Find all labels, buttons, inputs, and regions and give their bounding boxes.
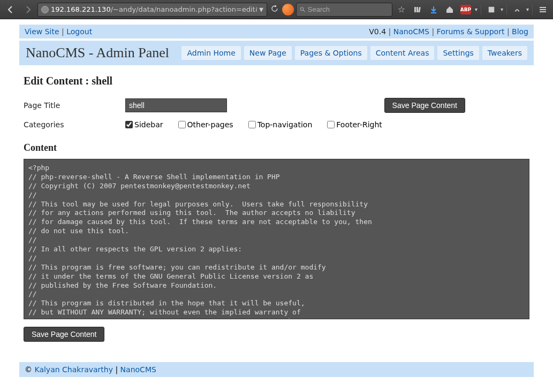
svg-point-0 [300, 7, 303, 10]
url-text: 192.168.221.130/~andy/data/nanoadmin.php… [51, 5, 257, 13]
dropdown-icon[interactable]: ▾ [259, 4, 263, 14]
page-heading: Edit Content : shell [24, 75, 529, 87]
copyright-symbol: © [25, 365, 32, 374]
downloads-icon[interactable] [427, 3, 441, 17]
svg-rect-4 [418, 6, 421, 12]
category-other-pages[interactable]: Other-pages [178, 120, 233, 129]
browser-toolbar: 192.168.221.130/~andy/data/nanoadmin.php… [0, 0, 553, 19]
version-text: V0.4 [369, 27, 386, 36]
content-subheading: Content [24, 142, 529, 153]
svg-line-1 [303, 10, 305, 11]
address-bar[interactable]: 192.168.221.130/~andy/data/nanoadmin.php… [37, 3, 267, 17]
library-icon[interactable] [411, 3, 425, 17]
firefox-logo-icon[interactable] [282, 4, 294, 16]
blog-link[interactable]: Blog [512, 27, 528, 36]
hamburger-menu-icon[interactable] [536, 3, 550, 17]
page-body: View Site | Logout V0.4 | NanoCMS | Foru… [0, 19, 553, 392]
svg-rect-2 [414, 7, 416, 12]
search-bar[interactable] [296, 3, 392, 17]
tab-pages-options[interactable]: Pages & Options [295, 46, 367, 60]
category-sidebar-checkbox[interactable] [125, 121, 133, 128]
category-footer-right-checkbox[interactable] [327, 121, 335, 128]
chevron-down-icon[interactable]: ▾ [526, 6, 529, 12]
chevron-down-icon[interactable]: ▾ [475, 6, 478, 12]
page-title-input[interactable] [125, 98, 227, 112]
category-top-nav-checkbox[interactable] [248, 121, 256, 128]
forward-button[interactable] [20, 2, 35, 17]
author-link[interactable]: Kalyan Chakravarthy [34, 365, 113, 374]
content-area: Edit Content : shell Page Title Save Pag… [19, 65, 534, 351]
nanocms-link[interactable]: NanoCMS [393, 27, 429, 36]
tab-admin-home[interactable]: Admin Home [181, 46, 240, 60]
save-button-top[interactable]: Save Page Content [384, 98, 465, 113]
category-top-navigation[interactable]: Top-navigation [248, 120, 313, 129]
reload-button[interactable] [269, 4, 280, 15]
addon-icon-1[interactable] [484, 3, 498, 17]
tab-content-areas[interactable]: Content Areas [370, 46, 435, 60]
bookmark-star-icon[interactable]: ☆ [395, 3, 408, 17]
categories-label: Categories [24, 120, 125, 129]
forums-link[interactable]: Forums & Support [437, 27, 505, 36]
category-sidebar[interactable]: Sidebar [125, 120, 163, 129]
content-textarea[interactable] [24, 159, 529, 319]
home-icon[interactable] [443, 3, 457, 17]
globe-icon [41, 6, 49, 13]
addon-icon-2[interactable] [510, 3, 524, 17]
chevron-down-icon[interactable]: ▾ [501, 6, 503, 12]
search-input[interactable] [308, 5, 389, 13]
page-title-label: Page Title [24, 101, 125, 110]
tab-tweakers[interactable]: Tweakers [482, 46, 527, 60]
back-button[interactable] [3, 2, 18, 17]
category-other-pages-checkbox[interactable] [178, 121, 186, 128]
top-links-bar: View Site | Logout V0.4 | NanoCMS | Foru… [19, 25, 534, 39]
nav-tabs: Admin Home New Page Pages & Options Cont… [181, 46, 527, 60]
category-footer-right[interactable]: Footer-Right [327, 120, 382, 129]
save-button-bottom[interactable]: Save Page Content [24, 327, 104, 342]
svg-rect-3 [416, 7, 418, 12]
footer-bar: © Kalyan Chakravarthy | NanoCMS [19, 362, 534, 377]
tab-new-page[interactable]: New Page [244, 46, 292, 60]
header-bar: NanoCMS - Admin Panel Admin Home New Pag… [19, 41, 534, 65]
view-site-link[interactable]: View Site [25, 27, 59, 36]
tab-settings[interactable]: Settings [437, 46, 479, 60]
nanocms-footer-link[interactable]: NanoCMS [120, 365, 156, 374]
site-title: NanoCMS - Admin Panel [26, 45, 169, 61]
abp-icon[interactable]: ABP [459, 3, 473, 17]
logout-link[interactable]: Logout [66, 27, 92, 36]
svg-rect-6 [489, 6, 495, 12]
